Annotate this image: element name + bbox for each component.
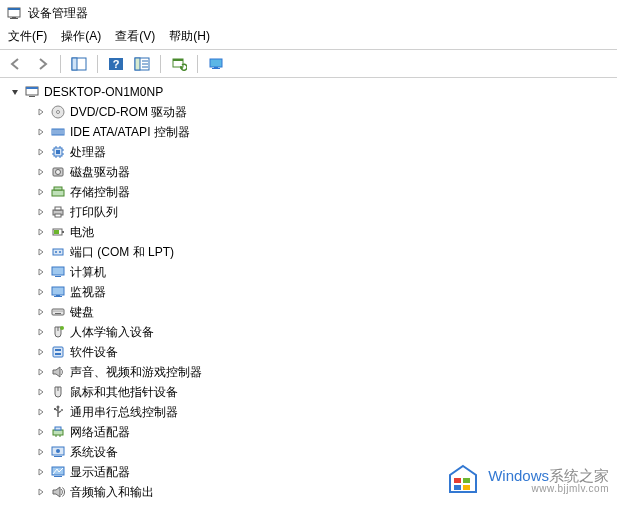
category-label: 鼠标和其他指针设备 — [70, 384, 178, 401]
battery-icon — [50, 224, 66, 240]
toolbar-separator — [160, 55, 161, 73]
tree-category-node[interactable]: 监视器 — [2, 282, 615, 302]
tree-category-node[interactable]: 计算机 — [2, 262, 615, 282]
svg-rect-5 — [72, 58, 77, 70]
computer-icon — [50, 264, 66, 280]
expand-icon[interactable] — [34, 245, 48, 259]
help-button[interactable]: ? — [105, 54, 127, 74]
tree-category-node[interactable]: IDE ATA/ATAPI 控制器 — [2, 122, 615, 142]
tree-category-node[interactable]: 系统设备 — [2, 442, 615, 462]
keyboard-icon — [50, 304, 66, 320]
usb-icon — [50, 404, 66, 420]
ide-icon — [50, 124, 66, 140]
tree-category-node[interactable]: DVD/CD-ROM 驱动器 — [2, 102, 615, 122]
hid-icon — [50, 324, 66, 340]
toolbar: ? — [0, 50, 617, 78]
expand-icon[interactable] — [34, 445, 48, 459]
port-icon — [50, 244, 66, 260]
expand-icon[interactable] — [34, 305, 48, 319]
menu-action[interactable]: 操作(A) — [61, 28, 101, 45]
device-tree[interactable]: DESKTOP-ON1M0NP DVD/CD-ROM 驱动器IDE ATA/AT… — [0, 78, 617, 509]
root-label: DESKTOP-ON1M0NP — [44, 85, 163, 99]
scan-hardware-button[interactable] — [168, 54, 190, 74]
menu-view[interactable]: 查看(V) — [115, 28, 155, 45]
tree-category-node[interactable]: 键盘 — [2, 302, 615, 322]
tree-category-node[interactable]: 处理器 — [2, 142, 615, 162]
category-label: 音频输入和输出 — [70, 484, 154, 501]
tree-category-node[interactable]: 打印队列 — [2, 202, 615, 222]
forward-button[interactable] — [31, 54, 53, 74]
cpu-icon — [50, 144, 66, 160]
disk-icon — [50, 164, 66, 180]
tree-category-node[interactable]: 显示适配器 — [2, 462, 615, 482]
monitor-button[interactable] — [205, 54, 227, 74]
svg-rect-2 — [12, 17, 16, 18]
expand-icon[interactable] — [34, 125, 48, 139]
category-label: 键盘 — [70, 304, 94, 321]
tree-category-node[interactable]: 软件设备 — [2, 342, 615, 362]
svg-rect-9 — [135, 58, 140, 70]
expand-icon[interactable] — [34, 405, 48, 419]
expand-icon[interactable] — [34, 365, 48, 379]
menu-file[interactable]: 文件(F) — [8, 28, 47, 45]
tree-category-node[interactable]: 端口 (COM 和 LPT) — [2, 242, 615, 262]
tree-category-node[interactable]: 人体学输入设备 — [2, 322, 615, 342]
expand-icon[interactable] — [34, 385, 48, 399]
category-label: 显示适配器 — [70, 464, 130, 481]
category-label: 电池 — [70, 224, 94, 241]
expand-icon[interactable] — [34, 205, 48, 219]
category-label: 端口 (COM 和 LPT) — [70, 244, 174, 261]
software-icon — [50, 344, 66, 360]
category-label: 声音、视频和游戏控制器 — [70, 364, 202, 381]
tree-category-node[interactable]: 网络适配器 — [2, 422, 615, 442]
expand-icon[interactable] — [34, 265, 48, 279]
audio-io-icon — [50, 484, 66, 500]
svg-rect-19 — [26, 87, 38, 89]
display-icon — [50, 464, 66, 480]
category-label: 处理器 — [70, 144, 106, 161]
tree-category-node[interactable]: 音频输入和输出 — [2, 482, 615, 502]
tree-category-node[interactable]: 电池 — [2, 222, 615, 242]
expand-icon[interactable] — [34, 465, 48, 479]
expand-icon[interactable] — [34, 145, 48, 159]
category-label: 监视器 — [70, 284, 106, 301]
properties-button[interactable] — [131, 54, 153, 74]
expand-icon[interactable] — [34, 225, 48, 239]
tree-category-node[interactable]: 存储控制器 — [2, 182, 615, 202]
sound-icon — [50, 364, 66, 380]
tree-category-node[interactable]: 磁盘驱动器 — [2, 162, 615, 182]
tree-category-node[interactable]: 鼠标和其他指针设备 — [2, 382, 615, 402]
app-icon — [6, 5, 22, 21]
category-label: 网络适配器 — [70, 424, 130, 441]
tree-category-node[interactable]: 声音、视频和游戏控制器 — [2, 362, 615, 382]
category-label: 计算机 — [70, 264, 106, 281]
svg-rect-3 — [10, 18, 18, 19]
tree-category-node[interactable]: 通用串行总线控制器 — [2, 402, 615, 422]
category-label: 通用串行总线控制器 — [70, 404, 178, 421]
expand-icon[interactable] — [34, 425, 48, 439]
category-label: 系统设备 — [70, 444, 118, 461]
category-label: 磁盘驱动器 — [70, 164, 130, 181]
window-title: 设备管理器 — [28, 5, 88, 22]
computer-icon — [24, 84, 40, 100]
svg-rect-14 — [173, 59, 183, 61]
mouse-icon — [50, 384, 66, 400]
expand-icon[interactable] — [34, 285, 48, 299]
category-label: 软件设备 — [70, 344, 118, 361]
tree-root-node[interactable]: DESKTOP-ON1M0NP — [2, 82, 615, 102]
show-hide-tree-button[interactable] — [68, 54, 90, 74]
expand-icon[interactable] — [34, 485, 48, 499]
toolbar-separator — [97, 55, 98, 73]
collapse-icon[interactable] — [8, 85, 22, 99]
toolbar-separator — [197, 55, 198, 73]
expand-icon[interactable] — [34, 185, 48, 199]
network-icon — [50, 424, 66, 440]
expand-icon[interactable] — [34, 165, 48, 179]
expand-icon[interactable] — [34, 105, 48, 119]
expand-icon[interactable] — [34, 325, 48, 339]
expand-icon[interactable] — [34, 345, 48, 359]
svg-rect-17 — [212, 68, 220, 69]
menubar: 文件(F) 操作(A) 查看(V) 帮助(H) — [0, 26, 617, 50]
back-button[interactable] — [5, 54, 27, 74]
menu-help[interactable]: 帮助(H) — [169, 28, 210, 45]
